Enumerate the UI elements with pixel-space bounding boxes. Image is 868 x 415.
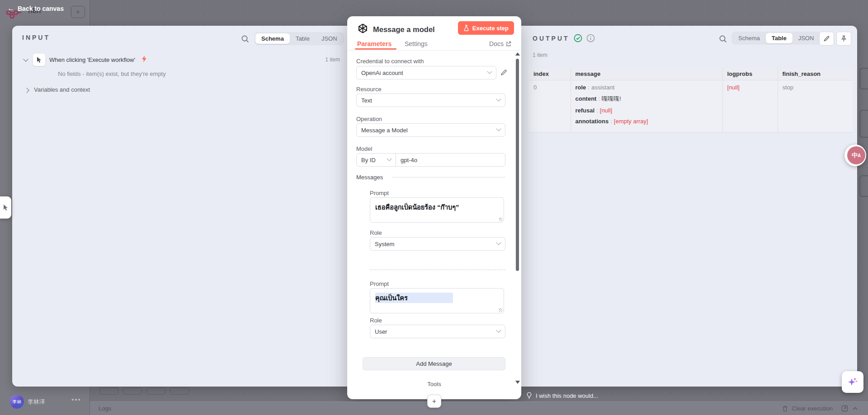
avatar[interactable]: 李林 (10, 395, 24, 409)
chevron-up-icon[interactable] (852, 406, 858, 410)
user-menu-ellipsis-icon[interactable]: ••• (71, 396, 81, 403)
edit-credential-icon[interactable] (500, 69, 508, 76)
prompt-textarea[interactable]: เธอคือลูกเป็ดน้อยร้อง “ก๊าบๆ” (370, 197, 504, 223)
tab-schema[interactable]: Schema (732, 33, 766, 43)
node-feedback-link[interactable]: I wish this node would... (526, 392, 598, 399)
scroll-up-arrow[interactable] (515, 52, 520, 56)
openai-logo-icon (357, 23, 369, 35)
user-name: 李林泽 (28, 398, 45, 406)
cell-finish-reason: stop (778, 80, 853, 133)
canvas-node-ghost (859, 68, 868, 89)
logs-bar[interactable]: Logs Clear execution (90, 401, 868, 415)
clear-execution-button[interactable]: Clear execution (792, 405, 833, 412)
translate-icon: 中A (847, 146, 865, 164)
output-panel-title: OUTPUT (533, 35, 570, 42)
output-view-tabs: Schema Table JSON (731, 32, 821, 45)
col-logprobs[interactable]: logprobs (722, 68, 778, 80)
cell-message: role:assistant content:嘎嘎嘎! refusal:[nul… (571, 80, 722, 133)
col-finish-reason[interactable]: finish_reason (778, 68, 853, 80)
input-view-tabs: Schema Table JSON (255, 32, 344, 45)
input-item-count: 1 item (325, 56, 340, 63)
back-to-canvas-button[interactable]: ← Back to canvas (7, 5, 64, 13)
external-link-icon (506, 41, 511, 47)
translate-extension-button[interactable]: 中A (844, 145, 866, 166)
canvas-node-ghost (859, 175, 868, 197)
ai-assistant-button[interactable] (842, 371, 863, 393)
tab-settings[interactable]: Settings (405, 40, 428, 47)
variables-context-toggle[interactable]: Variables and context (34, 86, 90, 93)
lightbulb-icon (526, 392, 532, 399)
tab-json[interactable]: JSON (316, 33, 343, 44)
credential-value: OpenAi account (361, 70, 403, 76)
edit-output-button[interactable] (819, 32, 834, 46)
parameters-tab-underline (355, 48, 396, 50)
execute-step-button[interactable]: Execute step (458, 21, 514, 35)
message-separator (370, 270, 505, 270)
execute-step-label: Execute step (472, 25, 509, 32)
prompt-label: Prompt (370, 190, 389, 196)
add-message-button[interactable]: Add Message (363, 357, 505, 370)
back-arrow-icon: ← (7, 5, 14, 13)
trigger-node-edge-tab[interactable] (0, 196, 11, 219)
role-value: System (375, 241, 394, 247)
prompt-textarea[interactable]: คุณเป็นใคร (370, 288, 504, 313)
new-workflow-tab-button[interactable]: + (71, 6, 85, 18)
cursor-icon (36, 56, 42, 63)
role-select[interactable]: System (370, 237, 505, 251)
logs-label[interactable]: Logs (99, 405, 111, 412)
cursor-icon (3, 204, 9, 211)
operation-select[interactable]: Message a Model (356, 123, 505, 137)
search-icon[interactable] (719, 35, 727, 43)
app-screen: n8n + ← Back to canvas INPUT Schema Tabl… (0, 0, 868, 415)
output-table-row[interactable]: 0 role:assistant content:嘎嘎嘎! refusal:[n… (529, 80, 853, 133)
col-index[interactable]: index (529, 68, 571, 80)
tools-label: Tools (347, 381, 521, 387)
tab-schema[interactable]: Schema (255, 33, 290, 44)
chevron-down-icon[interactable] (23, 56, 28, 61)
cell-logprobs: [null] (722, 80, 778, 133)
pin-icon (840, 35, 847, 42)
cell-index: 0 (529, 80, 571, 133)
chevron-right-icon[interactable] (24, 88, 29, 93)
docs-label: Docs (489, 40, 504, 47)
search-icon[interactable] (241, 35, 250, 43)
tab-table[interactable]: Table (766, 33, 793, 43)
model-mode-select[interactable]: By ID (356, 153, 396, 167)
canvas-control-ghost (123, 387, 142, 395)
docs-link[interactable]: Docs (489, 40, 511, 47)
add-tool-button[interactable]: + (427, 395, 441, 408)
avatar-initials: 李林 (13, 399, 22, 405)
input-panel: INPUT Schema Table JSON When clicking 'E… (12, 26, 353, 387)
tab-parameters[interactable]: Parameters (357, 40, 392, 47)
success-check-icon (574, 34, 582, 42)
col-message[interactable]: message (571, 68, 722, 80)
modal-title: Message a model (373, 25, 435, 34)
output-panel: OUTPUT 1 item Schema Table JSON (520, 26, 857, 387)
tab-table[interactable]: Table (290, 33, 316, 44)
scrollbar-thumb[interactable] (516, 59, 519, 271)
credential-label: Credential to connect with (356, 58, 424, 65)
info-icon[interactable] (586, 34, 595, 42)
operation-label: Operation (356, 116, 382, 122)
model-mode-value: By ID (361, 157, 376, 163)
input-node-label[interactable]: When clicking 'Execute workflow' (49, 56, 135, 63)
prompt-value: คุณเป็นใคร (375, 293, 453, 303)
input-panel-title: INPUT (22, 34, 50, 41)
node-icon-box (33, 54, 45, 66)
resource-select[interactable]: Text (356, 93, 505, 107)
pin-data-button[interactable] (836, 32, 851, 46)
tab-json[interactable]: JSON (793, 33, 820, 43)
role-select[interactable]: User (370, 325, 505, 338)
pencil-icon (823, 35, 830, 42)
scroll-down-arrow[interactable] (515, 381, 520, 384)
resource-label: Resource (356, 86, 382, 93)
modal-scrollbar[interactable] (515, 54, 519, 378)
output-table-header-row: index message logprobs finish_reason (529, 68, 853, 80)
back-to-canvas-label: Back to canvas (18, 5, 64, 12)
pop-out-icon[interactable] (841, 405, 848, 412)
operation-value: Message a Model (361, 127, 408, 134)
model-id-input[interactable]: gpt-4o (396, 153, 505, 167)
credential-select[interactable]: OpenAi account (356, 66, 496, 79)
trash-icon (782, 406, 788, 412)
modal-tabs-divider (347, 50, 521, 51)
